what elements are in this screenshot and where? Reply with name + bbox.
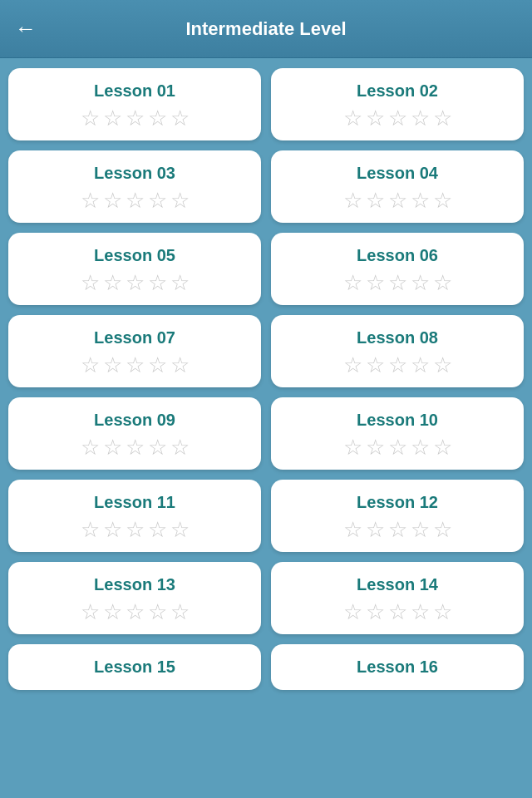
star-icon: ☆ [388, 354, 407, 376]
lesson-title-14: Lesson 14 [357, 575, 438, 594]
star-icon: ☆ [81, 272, 100, 293]
lesson-title-13: Lesson 13 [94, 575, 175, 594]
lesson-stars-03: ☆☆☆☆☆ [81, 190, 190, 211]
star-icon: ☆ [148, 107, 167, 129]
star-icon: ☆ [81, 519, 100, 540]
star-icon: ☆ [126, 354, 145, 376]
lesson-stars-08: ☆☆☆☆☆ [343, 354, 452, 376]
lesson-card-10[interactable]: Lesson 10☆☆☆☆☆ [271, 397, 524, 470]
lesson-card-09[interactable]: Lesson 09☆☆☆☆☆ [8, 397, 261, 470]
star-icon: ☆ [411, 107, 430, 129]
star-icon: ☆ [81, 354, 100, 376]
star-icon: ☆ [343, 272, 362, 293]
star-icon: ☆ [433, 519, 452, 540]
star-icon: ☆ [388, 190, 407, 211]
star-icon: ☆ [366, 354, 385, 376]
star-icon: ☆ [388, 107, 407, 129]
star-icon: ☆ [343, 190, 362, 211]
star-icon: ☆ [366, 601, 385, 623]
star-icon: ☆ [433, 272, 452, 293]
star-icon: ☆ [103, 601, 122, 623]
lesson-stars-02: ☆☆☆☆☆ [343, 107, 452, 129]
lesson-title-02: Lesson 02 [357, 81, 438, 101]
star-icon: ☆ [433, 436, 452, 458]
lesson-stars-06: ☆☆☆☆☆ [343, 272, 452, 293]
star-icon: ☆ [366, 436, 385, 458]
star-icon: ☆ [126, 436, 145, 458]
lesson-card-04[interactable]: Lesson 04☆☆☆☆☆ [271, 150, 524, 223]
star-icon: ☆ [148, 436, 167, 458]
star-icon: ☆ [366, 519, 385, 540]
star-icon: ☆ [411, 272, 430, 293]
star-icon: ☆ [366, 107, 385, 129]
app-header: ← Intermediate Level [0, 0, 532, 58]
star-icon: ☆ [81, 107, 100, 129]
star-icon: ☆ [148, 354, 167, 376]
lesson-stars-11: ☆☆☆☆☆ [81, 519, 190, 540]
star-icon: ☆ [148, 190, 167, 211]
star-icon: ☆ [126, 601, 145, 623]
back-arrow-icon: ← [15, 16, 37, 42]
star-icon: ☆ [103, 519, 122, 540]
star-icon: ☆ [148, 601, 167, 623]
lesson-card-13[interactable]: Lesson 13☆☆☆☆☆ [8, 562, 261, 634]
star-icon: ☆ [433, 190, 452, 211]
star-icon: ☆ [170, 436, 190, 458]
star-icon: ☆ [343, 107, 362, 129]
lesson-title-05: Lesson 05 [94, 246, 175, 265]
star-icon: ☆ [103, 107, 122, 129]
star-icon: ☆ [366, 272, 385, 293]
lesson-card-07[interactable]: Lesson 07☆☆☆☆☆ [8, 315, 261, 387]
lesson-card-15[interactable]: Lesson 15 [8, 644, 261, 690]
lesson-title-06: Lesson 06 [357, 246, 438, 265]
star-icon: ☆ [411, 190, 430, 211]
star-icon: ☆ [103, 436, 122, 458]
lesson-card-02[interactable]: Lesson 02☆☆☆☆☆ [271, 68, 524, 140]
star-icon: ☆ [388, 519, 407, 540]
lesson-title-07: Lesson 07 [94, 328, 175, 347]
star-icon: ☆ [170, 190, 190, 211]
lesson-card-06[interactable]: Lesson 06☆☆☆☆☆ [271, 233, 524, 305]
lesson-stars-04: ☆☆☆☆☆ [343, 190, 452, 211]
lesson-stars-12: ☆☆☆☆☆ [343, 519, 452, 540]
star-icon: ☆ [126, 190, 145, 211]
star-icon: ☆ [411, 436, 430, 458]
lesson-card-01[interactable]: Lesson 01☆☆☆☆☆ [8, 68, 261, 140]
lesson-title-09: Lesson 09 [94, 411, 175, 430]
lesson-title-12: Lesson 12 [357, 493, 438, 512]
lesson-card-14[interactable]: Lesson 14☆☆☆☆☆ [271, 562, 524, 634]
lesson-title-15: Lesson 15 [94, 658, 175, 677]
lesson-card-08[interactable]: Lesson 08☆☆☆☆☆ [271, 315, 524, 387]
star-icon: ☆ [388, 272, 407, 293]
star-icon: ☆ [411, 519, 430, 540]
star-icon: ☆ [170, 272, 190, 293]
star-icon: ☆ [170, 107, 190, 129]
lesson-card-12[interactable]: Lesson 12☆☆☆☆☆ [271, 480, 524, 552]
star-icon: ☆ [388, 601, 407, 623]
star-icon: ☆ [343, 601, 362, 623]
lessons-grid-partial: Lesson 15Lesson 16 [0, 644, 532, 690]
star-icon: ☆ [343, 354, 362, 376]
star-icon: ☆ [433, 354, 452, 376]
lesson-card-16[interactable]: Lesson 16 [271, 644, 524, 690]
lesson-stars-05: ☆☆☆☆☆ [81, 272, 190, 293]
star-icon: ☆ [81, 436, 100, 458]
lesson-card-03[interactable]: Lesson 03☆☆☆☆☆ [8, 150, 261, 223]
lesson-card-11[interactable]: Lesson 11☆☆☆☆☆ [8, 480, 261, 552]
star-icon: ☆ [366, 190, 385, 211]
star-icon: ☆ [170, 601, 190, 623]
star-icon: ☆ [343, 519, 362, 540]
lesson-stars-01: ☆☆☆☆☆ [81, 107, 190, 129]
lesson-title-08: Lesson 08 [357, 328, 438, 347]
lesson-stars-14: ☆☆☆☆☆ [343, 601, 452, 623]
star-icon: ☆ [126, 107, 145, 129]
back-button[interactable]: ← [15, 16, 37, 42]
star-icon: ☆ [170, 354, 190, 376]
star-icon: ☆ [170, 519, 190, 540]
star-icon: ☆ [103, 272, 122, 293]
lesson-title-03: Lesson 03 [94, 164, 175, 183]
lesson-title-10: Lesson 10 [357, 411, 438, 430]
star-icon: ☆ [343, 436, 362, 458]
lesson-card-05[interactable]: Lesson 05☆☆☆☆☆ [8, 233, 261, 305]
star-icon: ☆ [388, 436, 407, 458]
